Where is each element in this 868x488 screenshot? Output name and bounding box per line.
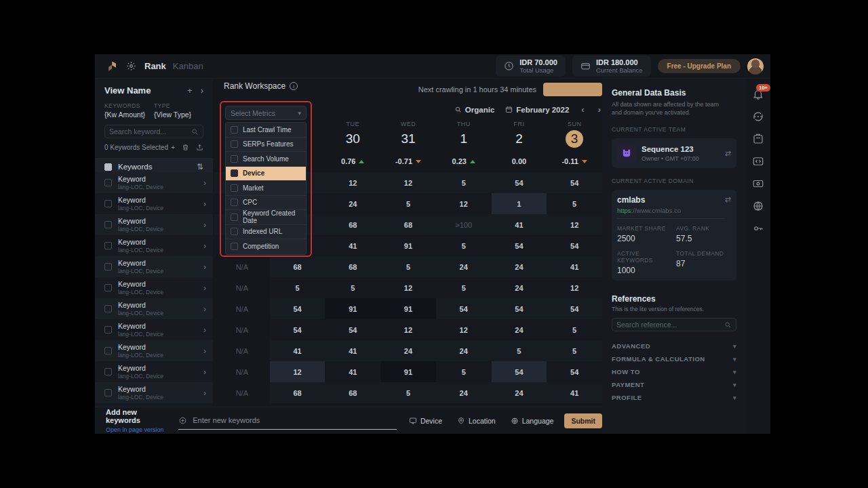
select-all-checkbox[interactable] (104, 163, 112, 171)
settings-gear-icon[interactable] (126, 61, 136, 71)
notifications-bell-icon[interactable]: 10+ (752, 88, 764, 100)
keyword-list-item[interactable]: Keyword lang-LOC, Device › (95, 193, 213, 214)
mode-selector[interactable]: Organic (454, 106, 494, 114)
option-checkbox[interactable] (231, 228, 238, 235)
chevron-right-icon[interactable]: › (203, 283, 206, 293)
api-key-icon[interactable] (752, 222, 764, 235)
month-selector[interactable]: February 2022 (505, 106, 569, 114)
reference-search-input[interactable] (616, 321, 724, 329)
submit-button[interactable]: Submit (564, 413, 602, 428)
calendar-icon (505, 106, 513, 113)
accordion-item[interactable]: ADVANCED ▾ (612, 340, 736, 352)
metrics-option[interactable]: Keyword Created Date (226, 210, 306, 225)
sort-icon[interactable]: ⇅ (197, 162, 203, 171)
keyword-list-item[interactable]: Keyword lang-LOC, Device › (95, 214, 213, 235)
info-icon[interactable]: i (290, 82, 298, 90)
metrics-option[interactable]: Market (226, 181, 306, 196)
trash-icon[interactable] (182, 144, 189, 151)
language-filter-button[interactable]: Language (511, 417, 554, 425)
chevron-right-icon[interactable]: › (203, 262, 206, 272)
board-icon[interactable] (752, 133, 764, 145)
day-header[interactable]: WED 31 (380, 121, 436, 148)
option-checkbox[interactable] (231, 155, 238, 163)
keyword-checkbox[interactable] (104, 263, 112, 270)
globe-icon[interactable] (752, 200, 764, 212)
chevron-right-icon[interactable]: › (203, 346, 206, 356)
chevron-right-icon[interactable]: › (203, 178, 206, 188)
circle-plus-icon (178, 416, 187, 425)
accordion-item[interactable]: HOW TO ▾ (612, 365, 736, 378)
next-month-icon[interactable]: › (597, 104, 602, 115)
expand-view-icon[interactable]: › (201, 85, 203, 96)
cash-icon[interactable] (752, 178, 764, 190)
accordion-item[interactable]: FORMULA & CALCULATION ▾ (612, 352, 736, 365)
select-metrics-field[interactable]: Select Metrics ▾ (225, 106, 307, 120)
metrics-option[interactable]: Search Volume (226, 152, 306, 167)
option-checkbox[interactable] (231, 140, 238, 148)
chevron-right-icon[interactable]: › (203, 241, 206, 251)
option-checkbox[interactable] (231, 184, 238, 192)
keyword-checkbox[interactable] (104, 389, 112, 396)
chevron-right-icon[interactable]: › (203, 388, 206, 398)
keyword-checkbox[interactable] (104, 242, 112, 249)
upgrade-plan-button[interactable]: Free - Upgrade Plan (658, 59, 741, 73)
trend-up-icon (359, 160, 364, 163)
day-header[interactable]: FRI 2 (492, 121, 547, 148)
option-checkbox[interactable] (231, 214, 238, 221)
keyword-checkbox[interactable] (104, 326, 112, 333)
add-view-icon[interactable]: + (187, 85, 193, 96)
keyword-list-item[interactable]: Keyword lang-LOC, Device › (95, 277, 213, 298)
keyword-list-item[interactable]: Keyword lang-LOC, Device › (95, 382, 213, 403)
chevron-right-icon[interactable]: › (203, 304, 206, 314)
day-header[interactable]: TUE 30 (325, 121, 380, 148)
day-header[interactable]: THU 1 (436, 121, 492, 148)
metrics-option[interactable]: CPC (226, 196, 306, 211)
metrics-option[interactable]: Indexed URL (226, 225, 306, 240)
prev-month-icon[interactable]: ‹ (580, 104, 585, 115)
keyword-checkbox[interactable] (104, 368, 112, 375)
switch-domain-icon[interactable]: ⇄ (725, 195, 731, 204)
device-filter-button[interactable]: Device (409, 417, 442, 425)
code-icon[interactable] (752, 155, 764, 167)
user-avatar[interactable] (747, 58, 764, 75)
export-icon[interactable] (196, 144, 203, 151)
option-checkbox[interactable] (231, 169, 238, 177)
keyword-list-item[interactable]: Keyword lang-LOC, Device › (95, 235, 213, 256)
sync-icon[interactable] (752, 110, 764, 123)
keyword-checkbox[interactable] (104, 200, 112, 207)
switch-team-icon[interactable]: ⇄ (725, 149, 731, 158)
open-page-version-link[interactable]: Open in page version (106, 426, 164, 433)
keyword-list-item[interactable]: Keyword lang-LOC, Device › (95, 298, 213, 319)
keyword-list-item[interactable]: Keyword lang-LOC, Device › (95, 319, 213, 340)
location-filter-button[interactable]: Location (457, 417, 496, 425)
keyword-checkbox[interactable] (104, 221, 112, 228)
keyword-checkbox[interactable] (104, 179, 112, 186)
active-team-card[interactable]: Sequence 123 Owner • GMT +07:00 ⇄ (612, 138, 736, 168)
chevron-right-icon[interactable]: › (203, 199, 206, 209)
keyword-list-item[interactable]: Keyword lang-LOC, Device › (95, 172, 213, 193)
option-checkbox[interactable] (231, 126, 238, 134)
accordion-item[interactable]: PROFILE ▾ (612, 391, 736, 404)
new-keywords-input[interactable] (193, 416, 397, 424)
keyword-checkbox[interactable] (104, 284, 112, 291)
option-checkbox[interactable] (231, 199, 238, 206)
chevron-right-icon[interactable]: › (203, 367, 206, 377)
metrics-option[interactable]: Device (226, 167, 306, 182)
chevron-right-icon[interactable]: › (203, 220, 206, 230)
keyword-list-item[interactable]: Keyword lang-LOC, Device › (95, 361, 213, 382)
accordion-item[interactable]: PAYMENT ▾ (612, 378, 736, 391)
keyword-checkbox[interactable] (104, 305, 112, 312)
domain-url[interactable]: https://www.cmlabs.co (617, 207, 725, 219)
metrics-option[interactable]: SERPs Features (226, 138, 306, 152)
chevron-right-icon[interactable]: › (203, 325, 206, 335)
option-checkbox[interactable] (231, 243, 238, 250)
crawl-now-button[interactable] (543, 83, 602, 96)
metrics-option[interactable]: Competition (226, 239, 306, 254)
keyword-list-item[interactable]: Keyword lang-LOC, Device › (95, 256, 213, 277)
day-header[interactable]: SUN 3 (547, 121, 602, 148)
keyword-checkbox[interactable] (104, 347, 112, 354)
keyword-list-item[interactable]: Keyword lang-LOC, Device › (95, 340, 213, 361)
add-keyword-icon[interactable]: + (171, 144, 175, 151)
metrics-option[interactable]: Last Crawl Time (226, 123, 306, 138)
keyword-search-input[interactable] (109, 127, 191, 136)
